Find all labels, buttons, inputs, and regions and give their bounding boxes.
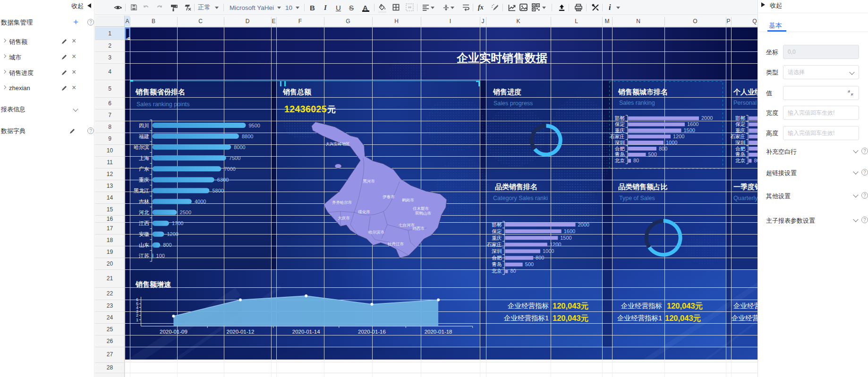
- svg-text:邯郸: 邯郸: [491, 222, 502, 227]
- svg-text:1000: 1000: [666, 140, 677, 145]
- svg-text:2500: 2500: [180, 209, 191, 215]
- svg-text:牡丹江市: 牡丹江市: [388, 242, 404, 246]
- svg-text:石家庄: 石家庄: [487, 242, 502, 247]
- svg-text:1200: 1200: [167, 231, 179, 237]
- svg-text:Type of Sales: Type of Sales: [619, 195, 655, 201]
- svg-text:邯郸: 邯郸: [735, 115, 746, 121]
- svg-text:800: 800: [536, 255, 544, 260]
- svg-text:北京: 北京: [735, 158, 746, 163]
- svg-text:北京: 北京: [614, 158, 625, 163]
- svg-text:鸡西市: 鸡西市: [412, 226, 425, 231]
- svg-text:吉林: 吉林: [138, 199, 149, 204]
- svg-text:120,043元: 120,043元: [553, 314, 588, 322]
- svg-text:哈尔滨: 哈尔滨: [134, 144, 149, 150]
- svg-text:企业经营指标: 企业经营指标: [621, 302, 662, 310]
- svg-text:Sales progress: Sales progress: [494, 100, 533, 107]
- svg-text:保定: 保定: [735, 121, 746, 127]
- svg-text:邯郸: 邯郸: [614, 115, 625, 121]
- svg-text:上海: 上海: [139, 155, 149, 161]
- svg-text:江西: 江西: [138, 220, 149, 226]
- svg-text:8000: 8000: [234, 144, 245, 150]
- svg-text:一季度销售: 一季度销售: [733, 183, 757, 191]
- svg-text:保定: 保定: [492, 228, 502, 234]
- svg-text:120,043元: 120,043元: [665, 314, 701, 322]
- svg-text:黑龙江: 黑龙江: [134, 188, 149, 193]
- svg-text:80: 80: [754, 158, 758, 163]
- svg-text:四川: 四川: [139, 123, 149, 128]
- svg-text:2000: 2000: [578, 222, 589, 227]
- svg-text:Personal: Personal: [733, 100, 757, 106]
- svg-text:Quarterly: Quarterly: [733, 195, 757, 201]
- svg-text:重庆: 重庆: [492, 235, 502, 241]
- svg-text:重庆: 重庆: [735, 127, 745, 133]
- svg-text:黑河市: 黑河市: [363, 179, 375, 184]
- svg-text:青岛: 青岛: [492, 261, 502, 267]
- svg-text:双鸭山市: 双鸭山市: [415, 211, 432, 216]
- svg-text:1500: 1500: [560, 235, 571, 241]
- svg-text:500: 500: [648, 151, 657, 157]
- svg-text:山东: 山东: [139, 242, 149, 248]
- svg-text:1200: 1200: [673, 134, 684, 139]
- svg-text:120,043元: 120,043元: [667, 302, 703, 310]
- svg-text:1700: 1700: [172, 220, 183, 226]
- svg-text:1: 1: [136, 318, 138, 322]
- svg-text:5800: 5800: [212, 188, 223, 193]
- svg-text:深圳: 深圳: [614, 140, 625, 145]
- svg-text:佳木斯市: 佳木斯市: [413, 206, 429, 211]
- svg-text:青岛: 青岛: [615, 151, 625, 157]
- svg-text:1500: 1500: [684, 127, 695, 133]
- svg-text:个人业绩排名: 个人业绩排名: [733, 88, 757, 96]
- svg-text:2020-01-16: 2020-01-16: [358, 329, 386, 335]
- svg-text:1000: 1000: [543, 248, 554, 254]
- svg-text:销售额城市排名: 销售额城市排名: [618, 88, 668, 96]
- svg-text:青岛: 青岛: [735, 151, 745, 157]
- svg-text:品类销售额占比: 品类销售额占比: [618, 183, 668, 191]
- svg-text:企业经营指标: 企业经营指标: [733, 302, 757, 310]
- svg-text:合肥: 合肥: [615, 146, 625, 151]
- svg-text:重庆: 重庆: [615, 127, 625, 133]
- svg-text:9500: 9500: [249, 123, 260, 128]
- svg-text:北京: 北京: [491, 268, 502, 274]
- svg-text:品类销售排名: 品类销售排名: [495, 183, 537, 191]
- svg-text:80: 80: [633, 158, 639, 163]
- svg-text:4000: 4000: [195, 199, 206, 204]
- svg-text:6300: 6300: [217, 177, 229, 183]
- svg-text:Category Sales ranki: Category Sales ranki: [493, 195, 548, 201]
- svg-text:企业经营指标1: 企业经营指标1: [617, 314, 662, 322]
- svg-text:80: 80: [511, 268, 516, 274]
- svg-text:伊春市: 伊春市: [383, 194, 395, 199]
- svg-text:深圳: 深圳: [735, 140, 745, 145]
- svg-text:企业经营指标: 企业经营指标: [508, 302, 549, 310]
- svg-text:2020-01-12: 2020-01-12: [226, 329, 254, 335]
- svg-text:销售额省份排名: 销售额省份排名: [135, 88, 185, 96]
- svg-text:绥化市: 绥化市: [358, 209, 370, 214]
- svg-text:合肥: 合肥: [492, 255, 502, 260]
- svg-text:保定: 保定: [615, 121, 625, 127]
- svg-text:元: 元: [327, 105, 336, 114]
- svg-text:齐齐哈尔市: 齐齐哈尔市: [332, 200, 352, 205]
- svg-text:12436025: 12436025: [284, 104, 327, 114]
- svg-text:2020-01-09: 2020-01-09: [160, 329, 187, 335]
- svg-text:销售额增速: 销售额增速: [135, 280, 171, 288]
- svg-text:100: 100: [156, 253, 165, 259]
- svg-text:1600: 1600: [564, 228, 575, 234]
- svg-text:2020-01-18: 2020-01-18: [425, 329, 452, 335]
- svg-text:500: 500: [525, 261, 534, 267]
- svg-text:1200: 1200: [550, 242, 561, 247]
- svg-text:企业实时销售数据: 企业实时销售数据: [456, 51, 547, 64]
- svg-text:河北: 河北: [139, 209, 149, 215]
- svg-text:大庆市: 大庆市: [338, 216, 350, 220]
- svg-text:石家庄: 石家庄: [731, 134, 746, 139]
- svg-text:7000: 7000: [224, 166, 235, 172]
- svg-text:企业经营指标1: 企业经营指标1: [504, 314, 549, 322]
- svg-text:石家庄: 石家庄: [610, 134, 625, 139]
- svg-text:安徽: 安徽: [139, 231, 149, 237]
- svg-text:120,043元: 120,043元: [553, 302, 588, 310]
- svg-text:7500: 7500: [229, 155, 240, 161]
- svg-text:福建: 福建: [139, 134, 149, 139]
- svg-text:大兴安岭地区: 大兴安岭地区: [326, 142, 350, 146]
- svg-text:广东: 广东: [139, 166, 149, 172]
- svg-text:2020-01-14: 2020-01-14: [292, 329, 320, 335]
- svg-text:8800: 8800: [242, 134, 253, 139]
- svg-text:深圳: 深圳: [491, 248, 502, 254]
